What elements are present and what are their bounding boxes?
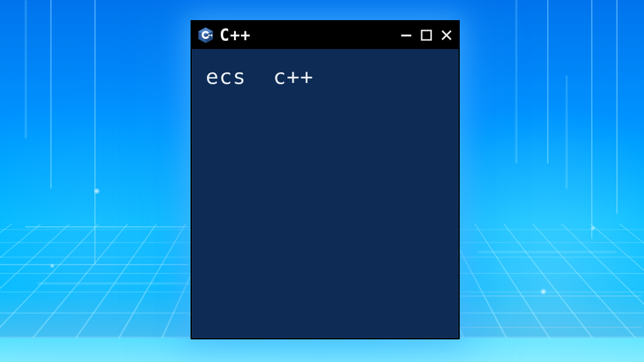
window-controls [399,28,453,42]
maximize-button[interactable] [419,28,433,42]
window-title: C++ [219,26,399,45]
terminal-text: ecs c++ [206,64,445,89]
close-button[interactable] [440,28,453,42]
svg-rect-7 [401,35,411,36]
terminal-window: C++ ecs c++ [191,20,460,339]
svg-rect-8 [422,31,431,40]
cpp-hex-icon [197,26,214,44]
svg-rect-6 [211,35,213,36]
titlebar[interactable]: C++ [192,21,458,49]
svg-rect-4 [208,35,211,36]
window-client-area: ecs c++ [193,50,457,337]
minimize-button[interactable] [399,28,413,42]
